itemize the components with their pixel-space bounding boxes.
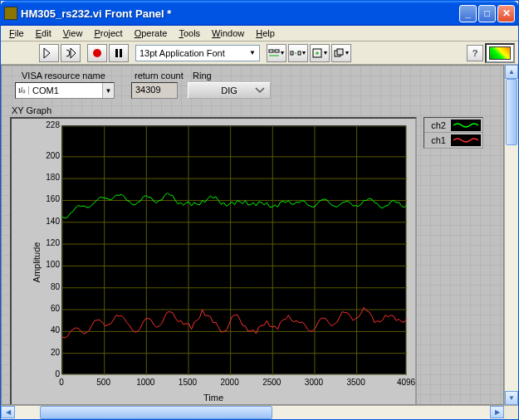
app-icon bbox=[4, 7, 17, 20]
y-tick: 100 bbox=[35, 260, 60, 269]
y-tick: 40 bbox=[35, 325, 60, 335]
menu-edit[interactable]: Edit bbox=[31, 27, 56, 40]
close-button[interactable]: ✕ bbox=[497, 5, 515, 22]
legend-row-ch1[interactable]: ch1 bbox=[424, 133, 482, 148]
ring-value: DIG bbox=[221, 85, 237, 95]
legend-label: ch1 bbox=[424, 135, 449, 145]
chevron-down-icon[interactable]: ▼ bbox=[102, 83, 114, 98]
titlebar[interactable]: HM305_rs232.vi Front Panel * _ □ ✕ bbox=[1, 1, 518, 26]
return-count-label: return count bbox=[135, 71, 184, 81]
scroll-thumb[interactable] bbox=[40, 406, 272, 419]
svg-rect-5 bbox=[291, 51, 293, 55]
legend-swatch bbox=[451, 134, 481, 146]
x-tick: 1500 bbox=[175, 378, 200, 387]
menubar: File Edit View Project Operate Tools Win… bbox=[1, 26, 518, 42]
vi-icon[interactable] bbox=[485, 43, 515, 63]
vertical-scrollbar[interactable]: ▲ ▼ bbox=[504, 65, 518, 405]
svg-rect-1 bbox=[115, 49, 118, 57]
legend-row-ch2[interactable]: ch2 bbox=[424, 118, 482, 133]
y-tick: 160 bbox=[35, 194, 60, 203]
scroll-corner bbox=[504, 406, 518, 419]
svg-rect-2 bbox=[120, 49, 122, 57]
menu-project[interactable]: Project bbox=[89, 27, 127, 40]
visa-label: VISA resource name bbox=[22, 71, 105, 81]
scroll-right-button[interactable]: ▶ bbox=[490, 406, 504, 418]
run-button[interactable] bbox=[39, 44, 59, 62]
y-tick: 180 bbox=[35, 173, 60, 182]
x-tick: 1000 bbox=[133, 378, 158, 387]
svg-rect-3 bbox=[269, 50, 273, 52]
svg-rect-9 bbox=[337, 49, 343, 55]
x-tick: 4096 bbox=[394, 378, 419, 387]
toolbar: 13pt Application Font▼ ▼ ▼ ▼ ▼ ? bbox=[1, 42, 518, 65]
y-tick: 20 bbox=[35, 348, 60, 357]
graph-label: XY Graph bbox=[12, 105, 51, 115]
help-button[interactable]: ? bbox=[467, 45, 483, 61]
io-icon: I/₀ bbox=[16, 86, 29, 95]
svg-rect-4 bbox=[275, 50, 279, 52]
front-panel[interactable]: VISA resource name I/₀ COM1 ▼ return cou… bbox=[1, 65, 504, 405]
menu-help[interactable]: Help bbox=[251, 27, 280, 40]
y-tick: 60 bbox=[35, 304, 60, 313]
x-tick: 2500 bbox=[259, 378, 284, 387]
y-tick: 200 bbox=[35, 151, 60, 160]
ring-control[interactable]: DIG bbox=[188, 82, 271, 99]
font-selector[interactable]: 13pt Application Font▼ bbox=[135, 45, 260, 61]
return-count-indicator: 34309 bbox=[131, 82, 178, 99]
reorder-button[interactable]: ▼ bbox=[331, 44, 351, 62]
pause-button[interactable] bbox=[109, 44, 129, 62]
minimize-button[interactable]: _ bbox=[459, 5, 477, 22]
x-tick: 3000 bbox=[301, 378, 326, 387]
legend-label: ch2 bbox=[424, 120, 449, 130]
menu-tools[interactable]: Tools bbox=[174, 27, 205, 40]
y-tick: 80 bbox=[35, 282, 60, 291]
scroll-thumb[interactable] bbox=[506, 79, 517, 145]
abort-button[interactable] bbox=[87, 44, 107, 62]
main-window: HM305_rs232.vi Front Panel * _ □ ✕ File … bbox=[0, 0, 519, 420]
scroll-down-button[interactable]: ▼ bbox=[505, 391, 518, 405]
legend-swatch bbox=[451, 120, 481, 131]
y-tick: 120 bbox=[35, 238, 60, 247]
horizontal-scrollbar[interactable]: ◀ ▶ bbox=[1, 405, 518, 419]
menu-window[interactable]: Window bbox=[207, 27, 249, 40]
run-continuous-button[interactable] bbox=[61, 44, 81, 62]
menu-file[interactable]: File bbox=[4, 27, 29, 40]
x-tick: 3500 bbox=[344, 378, 369, 387]
visa-resource-control[interactable]: I/₀ COM1 ▼ bbox=[15, 82, 115, 99]
scroll-left-button[interactable]: ◀ bbox=[1, 406, 15, 418]
xy-graph[interactable]: Amplitude Time 0204060801001201401601802… bbox=[10, 117, 417, 405]
svg-rect-6 bbox=[298, 51, 301, 55]
scroll-up-button[interactable]: ▲ bbox=[505, 65, 518, 79]
y-tick: 140 bbox=[35, 217, 60, 226]
ring-label: Ring bbox=[193, 71, 212, 81]
menu-view[interactable]: View bbox=[58, 27, 88, 40]
align-button[interactable]: ▼ bbox=[267, 44, 286, 62]
plot-area bbox=[61, 125, 406, 374]
content-area: VISA resource name I/₀ COM1 ▼ return cou… bbox=[1, 65, 518, 405]
visa-value: COM1 bbox=[29, 85, 102, 95]
graph-legend[interactable]: ch2 ch1 bbox=[424, 117, 483, 149]
x-tick: 500 bbox=[91, 378, 116, 387]
menu-operate[interactable]: Operate bbox=[130, 27, 173, 40]
x-tick: 2000 bbox=[218, 378, 242, 387]
y-tick: 228 bbox=[35, 120, 60, 129]
x-axis-label: Time bbox=[203, 393, 223, 403]
scroll-track[interactable] bbox=[15, 406, 490, 419]
maximize-button[interactable]: □ bbox=[478, 5, 496, 22]
x-tick: 0 bbox=[49, 378, 74, 387]
window-title: HM305_rs232.vi Front Panel * bbox=[21, 7, 459, 20]
svg-point-0 bbox=[93, 49, 101, 57]
ring-chevron-icon bbox=[255, 85, 265, 95]
resize-button[interactable]: ▼ bbox=[310, 44, 330, 62]
distribute-button[interactable]: ▼ bbox=[288, 44, 308, 62]
